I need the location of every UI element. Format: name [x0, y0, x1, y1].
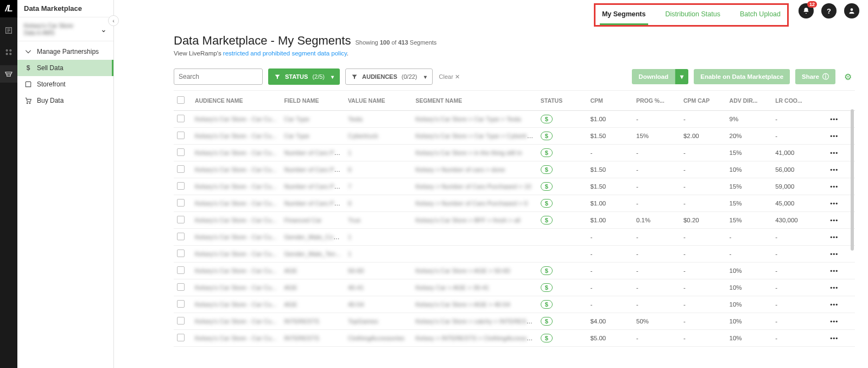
handshake-icon — [24, 47, 33, 56]
download-caret-button[interactable]: ▾ — [675, 69, 688, 84]
cell: 10% — [726, 296, 772, 313]
cell: Car Type — [281, 128, 345, 145]
cell — [174, 263, 192, 279]
tab-batch-upload[interactable]: Batch Upload — [738, 7, 783, 23]
segments-table: AUDIENCE NAMEFIELD NAMEVALUE NAMESEGMENT… — [174, 91, 855, 347]
cell: - — [633, 145, 680, 161]
cell — [174, 279, 192, 296]
notification-badge: 12 — [807, 1, 817, 8]
svg-point-3 — [6, 53, 8, 55]
row-actions-menu[interactable]: ••• — [830, 183, 838, 190]
row-actions-menu[interactable]: ••• — [830, 166, 838, 173]
row-checkbox[interactable] — [177, 266, 185, 274]
row-actions-menu[interactable]: ••• — [830, 234, 838, 240]
select-all-header[interactable] — [174, 91, 192, 111]
row-actions-menu[interactable]: ••• — [830, 335, 838, 341]
table-row: Kelsey's Car Store - Car Cu...AGE40-54Ke… — [174, 296, 855, 313]
cell — [174, 313, 192, 330]
cell: $ — [537, 111, 587, 128]
rail-icon-1[interactable] — [0, 22, 17, 39]
row-checkbox[interactable] — [177, 199, 185, 207]
cell: - — [772, 229, 827, 246]
row-actions-menu[interactable]: ••• — [830, 301, 838, 308]
row-actions-menu[interactable]: ••• — [830, 149, 838, 156]
row-checkbox[interactable] — [177, 317, 185, 325]
clear-filters[interactable]: Clear ✕ — [439, 73, 460, 80]
help-button[interactable]: ? — [821, 3, 837, 18]
cell: 430,000 — [772, 212, 827, 229]
row-checkbox[interactable] — [177, 115, 185, 122]
cell: - — [726, 229, 772, 246]
cell: $1.50 — [587, 178, 633, 195]
tab-distribution-status[interactable]: Distribution Status — [663, 7, 723, 23]
row-actions-menu[interactable]: ••• — [830, 284, 838, 291]
cell: $5.00 — [587, 330, 633, 347]
cell: Kelsey's Car Store - Car Cu... — [192, 296, 281, 313]
column-header: CPM — [587, 91, 633, 111]
org-selector[interactable]: Kelsey's Car Store Data in AWS ⌄ — [17, 17, 113, 41]
cell: Kelsey > Number of cars > done — [412, 161, 537, 178]
table-row: Kelsey's Car Store - Car Cu...Car TypeCy… — [174, 128, 855, 145]
column-header: ADV DIR... — [726, 91, 772, 111]
cell: - — [633, 246, 680, 263]
cell: - — [587, 145, 633, 161]
checkbox[interactable] — [177, 96, 185, 104]
brand-logo[interactable]: /L — [0, 0, 17, 17]
cell: 10% — [726, 330, 772, 347]
scrollbar-thumb[interactable] — [851, 109, 854, 251]
audiences-filter-button[interactable]: AUDIENCES (0/22) ▾ — [345, 68, 433, 85]
cell: - — [680, 145, 726, 161]
cell — [412, 246, 537, 263]
row-actions-menu[interactable]: ••• — [830, 318, 838, 325]
status-filter-button[interactable]: STATUS (2/5) ▾ — [268, 68, 340, 85]
cell: - — [633, 195, 680, 212]
row-actions-menu[interactable]: ••• — [830, 267, 838, 274]
row-actions-menu[interactable]: ••• — [830, 217, 838, 223]
cell: Kelsey's Car Store - Car Cu... — [192, 145, 281, 161]
row-checkbox[interactable] — [177, 148, 185, 156]
sidebar-item-buy-data[interactable]: Buy Data — [17, 92, 113, 109]
row-checkbox[interactable] — [177, 250, 185, 257]
table-row: Kelsey's Car Store - Car Cu...Gender_Mal… — [174, 246, 855, 263]
store-icon — [24, 80, 33, 89]
row-actions-menu[interactable]: ••• — [830, 251, 838, 257]
search-input[interactable] — [174, 68, 263, 85]
row-actions-menu[interactable]: ••• — [830, 200, 838, 207]
enable-button[interactable]: Enable on Data Marketplace — [694, 69, 790, 84]
cell: Kelsey's Car Store - Car Cu... — [192, 195, 281, 212]
settings-gear-icon[interactable]: ⚙ — [844, 72, 855, 82]
cell: - — [680, 178, 726, 195]
row-checkbox[interactable] — [177, 216, 185, 223]
cell: $1.50 — [587, 161, 633, 178]
row-checkbox[interactable] — [177, 233, 185, 240]
row-checkbox[interactable] — [177, 165, 185, 173]
row-checkbox[interactable] — [177, 300, 185, 308]
sidebar-item-sell-data[interactable]: $Sell Data — [17, 60, 113, 76]
cell: - — [680, 161, 726, 178]
cell — [412, 229, 537, 246]
cell: - — [772, 263, 827, 279]
rail-icon-2[interactable] — [0, 43, 17, 61]
profile-button[interactable] — [844, 3, 859, 18]
rail-icon-marketplace[interactable] — [0, 65, 17, 83]
row-checkbox[interactable] — [177, 132, 185, 139]
cell: Kelsey's Car Store - Car Cu... — [192, 313, 281, 330]
sidebar-item-storefront[interactable]: Storefront — [17, 76, 113, 92]
cell: $ — [537, 313, 587, 330]
cell: Gender_Male_Com... — [281, 229, 345, 246]
cell: - — [587, 263, 633, 279]
cell: - — [587, 296, 633, 313]
share-button[interactable]: Share ⓘ — [795, 69, 835, 84]
cell: 10% — [726, 263, 772, 279]
policy-link[interactable]: restricted and prohibited segment data p… — [223, 50, 347, 57]
row-actions-menu[interactable]: ••• — [830, 116, 838, 122]
row-checkbox[interactable] — [177, 334, 185, 341]
row-checkbox[interactable] — [177, 182, 185, 190]
row-actions-menu[interactable]: ••• — [830, 133, 838, 139]
row-checkbox[interactable] — [177, 283, 185, 291]
column-header: CPM CAP — [680, 91, 726, 111]
download-button[interactable]: Download — [632, 69, 675, 84]
sidebar-item-manage-partnerships[interactable]: Manage Partnerships — [17, 43, 113, 60]
notifications-button[interactable]: 12 — [799, 3, 814, 18]
cell: $ — [537, 195, 587, 212]
